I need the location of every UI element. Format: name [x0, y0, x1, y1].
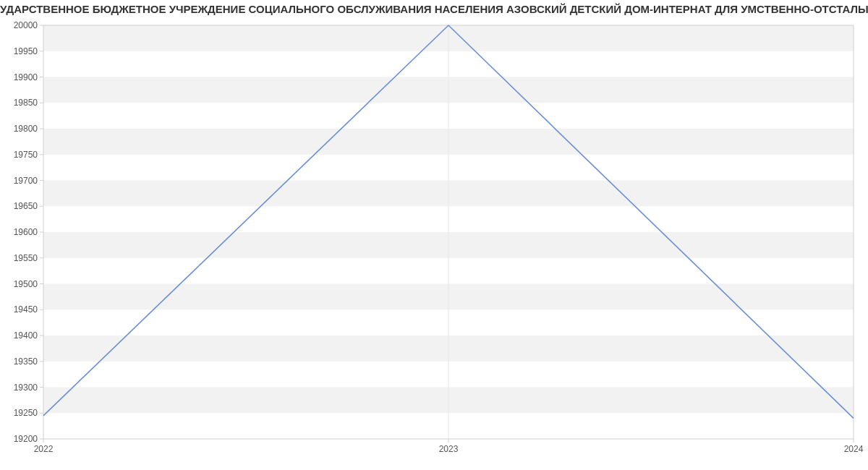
y-tick-label: 19850 [14, 98, 38, 108]
y-tick-label: 19350 [14, 356, 38, 367]
y-tick-label: 19400 [14, 330, 38, 341]
line-chart: 1920019250193001935019400194501950019550… [0, 20, 868, 461]
y-tick-label: 19300 [14, 383, 38, 393]
x-tick-label: 2024 [844, 444, 864, 454]
y-tick-label: 19950 [14, 46, 38, 56]
x-tick-label: 2022 [34, 444, 54, 454]
y-tick-label: 19450 [14, 304, 38, 315]
y-tick-label: 19700 [14, 176, 38, 186]
chart-container: 1920019250193001935019400194501950019550… [0, 20, 868, 461]
y-tick-label: 19200 [14, 434, 38, 444]
y-tick-label: 19250 [14, 408, 38, 418]
y-tick-label: 19900 [14, 72, 38, 82]
y-tick-label: 19500 [14, 279, 38, 289]
y-tick-label: 19800 [14, 124, 38, 134]
y-tick-label: 19650 [14, 201, 38, 211]
x-tick-label: 2023 [439, 444, 459, 454]
y-tick-label: 19750 [14, 150, 38, 160]
y-tick-label: 19550 [14, 253, 38, 263]
y-tick-label: 19600 [14, 227, 38, 237]
y-tick-label: 20000 [14, 20, 38, 30]
chart-title: УДАРСТВЕННОЕ БЮДЖЕТНОЕ УЧРЕЖДЕНИЕ СОЦИАЛ… [0, 0, 868, 20]
